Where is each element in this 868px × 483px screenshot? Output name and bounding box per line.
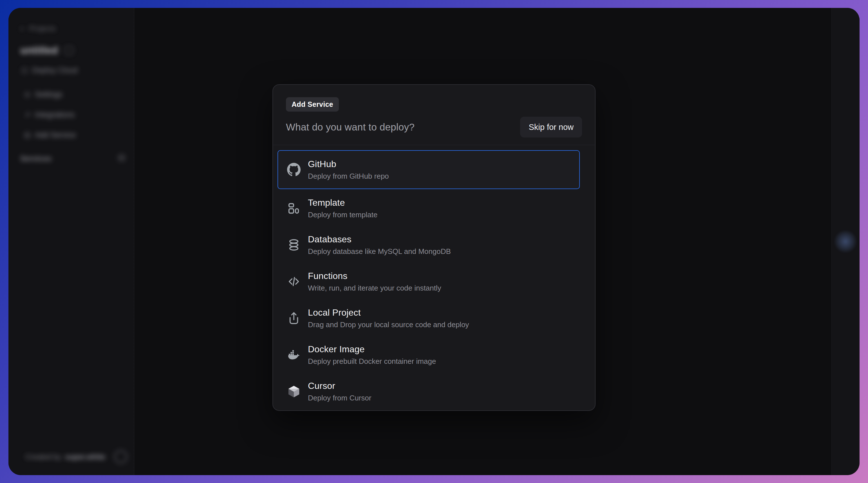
deploy-option-cursor[interactable]: Cursor Deploy from Cursor [278,374,580,409]
sidebar-item-add-service[interactable]: Add Service [24,131,76,140]
plus-icon [24,132,31,139]
cursor-icon [286,385,301,398]
option-title: Local Project [308,308,469,318]
modal-header: Add Service What do you want to deploy? … [273,85,595,145]
sidebar-footer[interactable]: Created by super.white [25,450,127,463]
sidebar-item-settings[interactable]: Settings [24,90,62,99]
github-icon [286,163,301,176]
modal-title: What do you want to deploy? [286,121,414,133]
option-description: Deploy from GitHub repo [308,172,389,181]
deploy-option-functions[interactable]: Functions Write, run, and iterate your c… [278,264,580,299]
floating-action-glow-icon[interactable] [834,230,857,253]
option-description: Deploy database like MySQL and MongoDB [308,247,451,256]
footer-prefix: Created by [25,453,61,461]
docker-icon [286,348,301,362]
skip-for-now-button[interactable]: Skip for now [520,117,582,138]
region-icon [21,67,28,74]
sidebar-blurred-content: Projects untitled Deploy Cloud Settings [8,8,134,475]
option-title: Functions [308,271,441,281]
databases-icon [286,238,301,251]
template-icon [286,202,301,215]
option-description: Deploy from Cursor [308,394,371,402]
option-description: Deploy prebuilt Docker container image [308,357,436,366]
back-label: Projects [29,24,56,33]
gear-icon [24,91,31,98]
deploy-option-databases[interactable]: Databases Deploy database like MySQL and… [278,227,580,262]
deploy-option-template[interactable]: Template Deploy from template [278,191,580,226]
services-section-header: Services [20,154,52,163]
add-service-modal: Add Service What do you want to deploy? … [273,84,595,411]
back-to-projects-link[interactable]: Projects [19,24,56,33]
help-icon[interactable] [114,450,127,463]
functions-icon [286,275,301,288]
option-description: Drag and Drop your local source code and… [308,320,469,329]
deploy-option-docker-image[interactable]: Docker Image Deploy prebuilt Docker cont… [278,337,580,372]
project-title: untitled [20,45,73,56]
sidebar: Projects untitled Deploy Cloud Settings [8,8,134,475]
sidebar-item-label: Settings [35,90,62,99]
option-title: GitHub [308,159,389,169]
option-title: Docker Image [308,344,436,354]
option-description: Write, run, and iterate your code instan… [308,284,441,292]
sidebar-item-integrations[interactable]: Integrations [24,111,74,119]
right-dock [831,8,860,475]
option-title: Cursor [308,381,371,391]
integrations-icon [24,111,31,119]
option-title: Databases [308,234,451,245]
edit-icon[interactable] [65,46,73,55]
chevron-left-icon [19,26,25,32]
option-title: Template [308,198,377,208]
local-project-icon [286,312,301,324]
project-region[interactable]: Deploy Cloud [21,66,78,75]
sidebar-item-label: Add Service [35,131,76,140]
app-window: Projects untitled Deploy Cloud Settings [8,8,860,475]
sidebar-item-label: Integrations [35,111,74,119]
footer-user-name: super.white [65,453,105,461]
deploy-option-github[interactable]: GitHub Deploy from GitHub repo [278,150,580,189]
add-service-badge: Add Service [286,97,339,112]
cube-icon[interactable] [118,154,126,162]
deploy-options-list: GitHub Deploy from GitHub repo Template … [278,150,580,409]
option-description: Deploy from template [308,210,377,219]
deploy-option-local-project[interactable]: Local Project Drag and Drop your local s… [278,301,580,336]
